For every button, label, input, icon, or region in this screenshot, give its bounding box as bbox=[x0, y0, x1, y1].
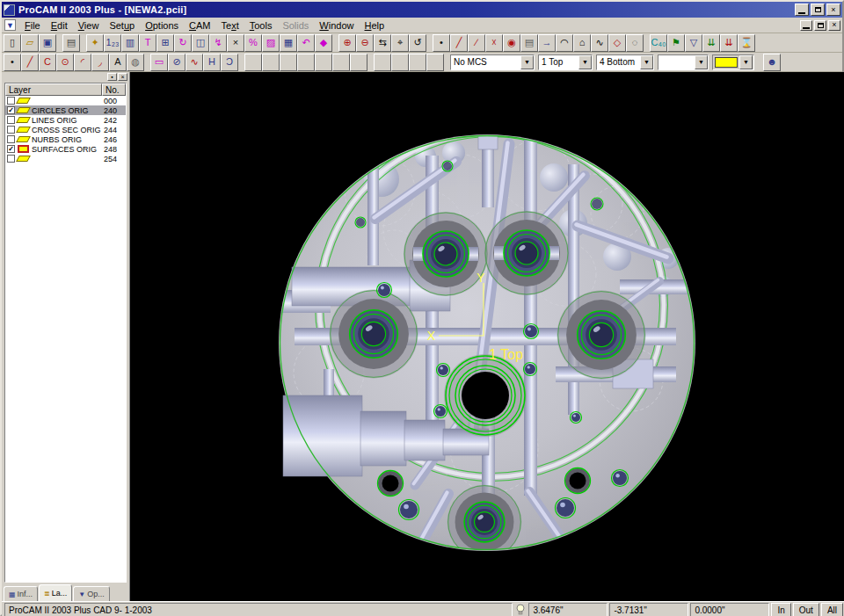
dimension-123-button[interactable]: 1₂₃ bbox=[104, 34, 121, 52]
regenerate-button[interactable]: ⌛ bbox=[738, 34, 755, 52]
cross-point-button[interactable]: ☓ bbox=[485, 34, 503, 52]
draw-point-button[interactable]: • bbox=[4, 54, 21, 71]
fillet-button[interactable]: ◜ bbox=[74, 54, 91, 71]
child-minimize-button[interactable] bbox=[800, 20, 812, 31]
calculate-button[interactable]: ▦ bbox=[280, 34, 297, 52]
panel-close-button[interactable]: × bbox=[118, 73, 127, 81]
layer-visibility-checkbox[interactable] bbox=[7, 97, 15, 105]
layer-row[interactable]: 254 bbox=[5, 154, 126, 163]
verify-button[interactable]: ▥ bbox=[121, 34, 139, 52]
layer-row-surfaces-orig[interactable]: ✓SURFACES ORIG248 bbox=[5, 144, 126, 154]
polyline-button[interactable]: ∕ bbox=[468, 34, 485, 52]
zoom-out-button[interactable]: ⊖ bbox=[356, 34, 374, 52]
tab-op[interactable]: ▼Op... bbox=[73, 586, 109, 601]
lightbulb-icon[interactable] bbox=[514, 604, 527, 616]
document-icon[interactable]: ▼ bbox=[4, 19, 16, 31]
layer-visibility-checkbox[interactable]: ✓ bbox=[7, 145, 15, 153]
rotate-button[interactable]: ↻ bbox=[174, 34, 192, 52]
layer-visibility-checkbox[interactable] bbox=[7, 155, 15, 163]
circle-center-button[interactable]: ◉ bbox=[503, 34, 520, 52]
restore-button[interactable] bbox=[811, 4, 825, 16]
model-canvas[interactable]: Y X 1 Top bbox=[130, 72, 844, 601]
mirror-button[interactable]: ◫ bbox=[192, 34, 209, 52]
mcs-dropdown[interactable]: No MCS ▼ bbox=[450, 54, 535, 70]
linestyle-dropdown[interactable]: ▼ bbox=[658, 54, 709, 70]
menu-edit[interactable]: Edit bbox=[46, 18, 73, 33]
copy-button[interactable]: ⊞ bbox=[156, 34, 174, 52]
redraw-button[interactable]: ▨ bbox=[262, 34, 280, 52]
draw-arc-button[interactable]: C bbox=[39, 54, 56, 71]
draw-circle-button[interactable]: ⊙ bbox=[56, 54, 74, 71]
undo-button[interactable]: ↶ bbox=[297, 34, 315, 52]
machine-setup-button[interactable]: ▤ bbox=[520, 34, 538, 52]
menu-window[interactable]: Window bbox=[314, 18, 359, 33]
child-restore-button[interactable] bbox=[814, 20, 826, 31]
delete-button[interactable]: × bbox=[227, 34, 244, 52]
pan-button[interactable]: ⇆ bbox=[374, 34, 391, 52]
menu-file[interactable]: File bbox=[19, 18, 46, 33]
open-folder-button[interactable]: ▱ bbox=[21, 34, 39, 52]
cad-viewport[interactable]: Y X 1 Top bbox=[130, 72, 844, 601]
hatch-circle-button[interactable]: ⊘ bbox=[168, 54, 186, 71]
close-button[interactable]: × bbox=[826, 4, 840, 16]
trim-button[interactable]: ↯ bbox=[209, 34, 227, 52]
new-file-button[interactable]: ▯ bbox=[4, 34, 21, 52]
view-dropdown[interactable]: 1 Top ▼ bbox=[538, 54, 593, 70]
chamfer-button[interactable]: ◞ bbox=[91, 54, 109, 71]
draw-line-button[interactable]: ╱ bbox=[21, 54, 39, 71]
line-button[interactable]: ╱ bbox=[450, 34, 468, 52]
dynamic-view-button[interactable]: ⌖ bbox=[391, 34, 409, 52]
helix-button[interactable]: Ɔ bbox=[221, 54, 238, 71]
sphere-button[interactable]: ◍ bbox=[127, 54, 144, 71]
layer-row-nurbs-orig[interactable]: NURBS ORIG246 bbox=[5, 134, 126, 144]
arc-button[interactable]: ◠ bbox=[556, 34, 573, 52]
lasso-button[interactable]: ◌ bbox=[626, 34, 644, 52]
color-dropdown[interactable]: ▼ bbox=[712, 54, 754, 70]
translate-button[interactable]: T bbox=[139, 34, 156, 52]
save-button[interactable]: ▣ bbox=[39, 34, 56, 52]
menu-solids[interactable]: Solids bbox=[277, 18, 314, 33]
panel-pin-button[interactable]: ▪ bbox=[107, 73, 117, 81]
menu-view[interactable]: View bbox=[73, 18, 105, 33]
menu-setup[interactable]: Setup bbox=[104, 18, 140, 33]
rotate-view-button[interactable]: ↺ bbox=[409, 34, 426, 52]
post-flag-button[interactable]: ⚑ bbox=[667, 34, 685, 52]
menu-help[interactable]: Help bbox=[360, 18, 390, 33]
child-close-button[interactable]: × bbox=[828, 20, 840, 31]
units-in-button[interactable]: In bbox=[771, 603, 790, 616]
layer-visibility-checkbox[interactable] bbox=[7, 135, 15, 143]
units-all-button[interactable]: All bbox=[821, 603, 843, 616]
operation-filter-button[interactable]: ▽ bbox=[685, 34, 702, 52]
print-button[interactable]: ▤ bbox=[62, 34, 80, 52]
scale-percent-button[interactable]: % bbox=[244, 34, 262, 52]
layer-row-lines-orig[interactable]: LINES ORIG242 bbox=[5, 115, 126, 125]
curve-button[interactable]: ∿ bbox=[591, 34, 608, 52]
zoom-in-button[interactable]: ⊕ bbox=[338, 34, 356, 52]
menu-cam[interactable]: CAM bbox=[184, 18, 215, 33]
select-filter-button[interactable]: ✦ bbox=[86, 34, 104, 52]
units-out-button[interactable]: Out bbox=[793, 603, 819, 616]
layer-visibility-checkbox[interactable]: ✓ bbox=[7, 106, 15, 114]
column-header-no[interactable]: No. bbox=[102, 83, 126, 96]
workplane-dropdown[interactable]: 4 Bottom ▼ bbox=[596, 54, 654, 70]
layer-row-cross-sec-orig[interactable]: CROSS SEC ORIG244 bbox=[5, 125, 126, 134]
text-entity-button[interactable]: A bbox=[109, 54, 127, 71]
menu-options[interactable]: Options bbox=[140, 18, 184, 33]
tab-la[interactable]: ≣La... bbox=[39, 584, 72, 601]
tab-inf[interactable]: ▦Inf... bbox=[4, 586, 38, 601]
column-header-layer[interactable]: Layer bbox=[5, 83, 102, 96]
toolpath-show-button[interactable]: ⇊ bbox=[702, 34, 720, 52]
layer-visibility-checkbox[interactable] bbox=[7, 116, 15, 124]
snap-point-button[interactable]: • bbox=[433, 34, 450, 52]
layer-row[interactable]: 000 bbox=[5, 96, 126, 105]
rectangle-button[interactable]: ▭ bbox=[150, 54, 168, 71]
toolpath-hide-button[interactable]: ⇊ bbox=[720, 34, 738, 52]
menu-tools[interactable]: Tools bbox=[244, 18, 278, 33]
polygon-button[interactable]: ⌂ bbox=[573, 34, 591, 52]
wave-spline-button[interactable]: ∿ bbox=[186, 54, 203, 71]
diamond-snap-button[interactable]: ◇ bbox=[608, 34, 626, 52]
panel-titlebar[interactable]: ▪ × bbox=[2, 72, 129, 82]
plane-h-button[interactable]: H bbox=[203, 54, 221, 71]
next-entity-button[interactable]: → bbox=[538, 34, 556, 52]
mask-button[interactable]: ☻ bbox=[763, 54, 781, 71]
